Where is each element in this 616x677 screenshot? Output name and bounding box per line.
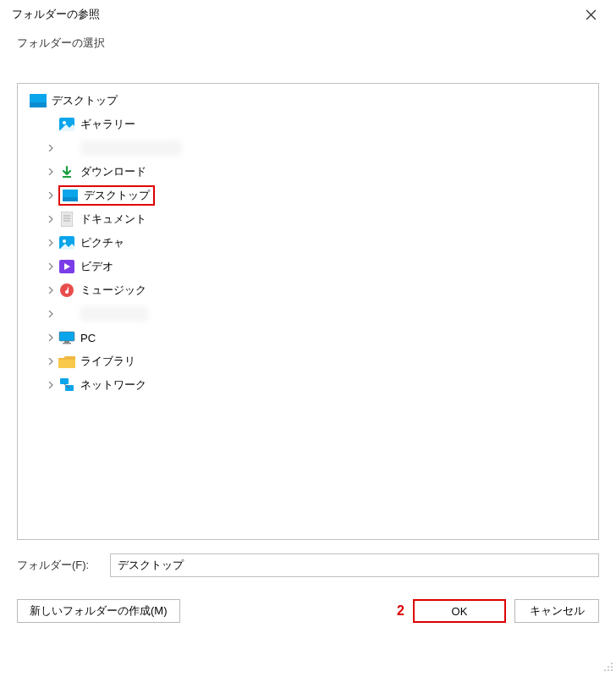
close-icon — [586, 9, 597, 20]
tree-root[interactable]: デスクトップ — [19, 89, 597, 113]
chevron-icon[interactable] — [43, 377, 58, 393]
cancel-button[interactable]: キャンセル — [514, 599, 599, 623]
svg-rect-17 — [59, 332, 74, 341]
tree-item-network[interactable]: ネットワーク — [19, 373, 597, 397]
tree-item-pc[interactable]: PC — [19, 326, 597, 350]
annotation-number-2: 2 — [397, 603, 404, 619]
tree-item-label: ダウンロード — [80, 164, 146, 179]
svg-point-28 — [611, 669, 613, 671]
desktop-small-icon — [62, 187, 79, 204]
network-icon — [58, 377, 75, 394]
tree-item-desktop[interactable]: 1 デスクトップ — [19, 184, 597, 207]
tree-item-label: ピクチャ — [80, 235, 124, 250]
tree-item-libraries[interactable]: ライブラリ — [19, 350, 597, 373]
chevron-icon[interactable] — [43, 140, 58, 156]
tree-item-label: ネットワーク — [80, 377, 146, 393]
selected-highlight: デスクトップ — [58, 185, 155, 206]
svg-point-24 — [608, 666, 609, 668]
chevron-icon[interactable] — [43, 188, 58, 203]
svg-rect-18 — [64, 341, 69, 343]
chevron-icon[interactable] — [43, 306, 58, 322]
svg-rect-3 — [30, 102, 47, 107]
chevron-icon[interactable] — [43, 212, 58, 227]
close-button[interactable] — [572, 2, 609, 27]
ok-button[interactable]: OK — [413, 599, 506, 623]
prompt-label: フォルダーの選択 — [0, 29, 616, 51]
svg-rect-20 — [60, 378, 69, 384]
folder-field-label: フォルダー(F): — [17, 558, 110, 573]
video-icon — [58, 258, 75, 275]
tree-item-label: ミュージック — [80, 283, 146, 298]
svg-point-23 — [611, 663, 613, 664]
chevron-icon[interactable] — [43, 235, 58, 250]
chevron-icon[interactable] — [43, 330, 58, 345]
title-bar: フォルダーの参照 — [0, 0, 616, 29]
tree-item-label: PC — [80, 332, 96, 344]
document-icon — [58, 211, 75, 228]
tree-root-label: デスクトップ — [52, 93, 118, 108]
tree-item-label: デスクトップ — [84, 188, 150, 203]
resize-grip-icon[interactable] — [602, 661, 614, 675]
music-icon — [58, 282, 75, 299]
new-folder-button[interactable]: 新しいフォルダーの作成(M) — [17, 599, 180, 623]
tree-item-downloads[interactable]: ダウンロード — [19, 160, 597, 184]
tree-item-label: ライブラリ — [80, 354, 135, 369]
folder-field-row: フォルダー(F): — [17, 553, 599, 577]
download-icon — [58, 163, 75, 180]
chevron-icon[interactable] — [43, 283, 58, 298]
chevron-icon[interactable] — [43, 164, 58, 179]
tree-item-videos[interactable]: ビデオ — [19, 255, 597, 278]
tree-item-music[interactable]: ミュージック — [19, 278, 597, 302]
desktop-icon — [30, 92, 47, 109]
tree-item-user[interactable] — [19, 136, 597, 160]
tree-item-pictures[interactable]: ピクチャ — [19, 231, 597, 255]
gallery-icon — [58, 116, 75, 133]
blank-icon — [58, 140, 75, 157]
chevron-icon[interactable] — [43, 259, 58, 274]
svg-point-26 — [604, 669, 606, 671]
tree-item-gallery[interactable]: ギャラリー — [19, 113, 597, 136]
pc-icon — [58, 329, 75, 346]
tree-item-label — [80, 140, 182, 156]
picture-icon — [58, 234, 75, 251]
svg-rect-19 — [63, 343, 71, 344]
svg-point-14 — [63, 239, 66, 243]
svg-point-27 — [608, 669, 609, 671]
blank-icon — [58, 305, 75, 322]
chevron-icon[interactable] — [43, 354, 58, 369]
tree-item-blank[interactable] — [19, 302, 597, 326]
button-row: 新しいフォルダーの作成(M) 2 OK キャンセル — [17, 599, 599, 623]
tree-item-label: ビデオ — [80, 259, 113, 274]
svg-rect-8 — [63, 197, 78, 201]
tree-item-label: ギャラリー — [80, 117, 135, 132]
library-icon — [58, 353, 75, 370]
tree-item-documents[interactable]: ドキュメント — [19, 207, 597, 231]
folder-tree[interactable]: デスクトップ ギャラリー — [17, 83, 599, 540]
window-title: フォルダーの参照 — [12, 7, 100, 22]
svg-rect-9 — [61, 212, 73, 227]
tree-item-label — [80, 306, 148, 322]
tree-item-label: ドキュメント — [80, 212, 146, 227]
svg-point-5 — [63, 121, 66, 124]
svg-point-25 — [611, 666, 613, 668]
folder-field-input[interactable] — [110, 553, 599, 577]
